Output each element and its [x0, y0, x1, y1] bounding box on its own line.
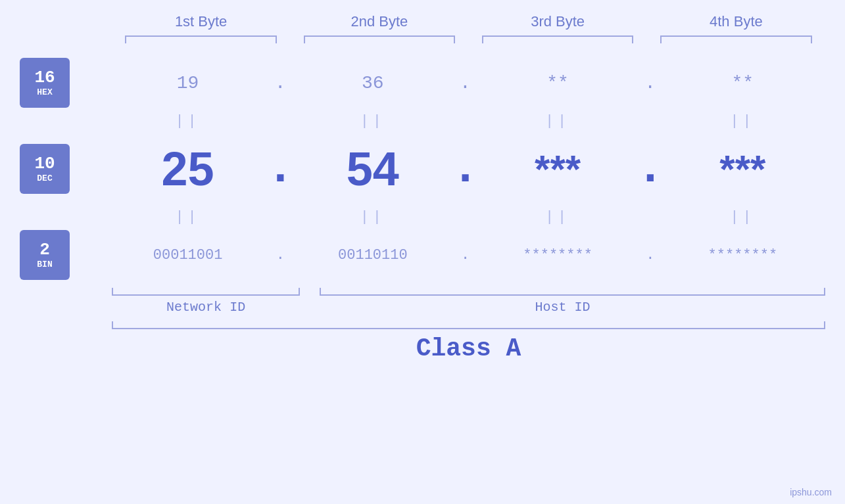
hex-badge: 16 HEX	[20, 58, 70, 108]
eq1-b3: ||	[475, 113, 640, 129]
dec-row: 10 DEC 25 . 54 . *** . ***	[20, 133, 825, 205]
dec-b3: ***	[535, 147, 581, 192]
byte1-header: 1st Byte	[112, 13, 290, 30]
hex-b3: **	[546, 73, 569, 93]
eq1-b4: ||	[660, 113, 825, 129]
eq2-b1: ||	[105, 209, 270, 225]
bin-row: 2 BIN 00011001 . 00110110 . ******** . *…	[20, 229, 825, 281]
bin-badge: 2 BIN	[20, 230, 70, 280]
bracket-top-2	[304, 35, 456, 43]
dec-b1: 25	[162, 142, 214, 196]
eq1-b2: ||	[290, 113, 455, 129]
full-bracket	[112, 321, 825, 329]
id-brackets	[112, 288, 825, 296]
bin-dot2: .	[461, 247, 470, 263]
bottom-section: Network ID Host ID Class A	[20, 288, 825, 363]
bin-b2: 00110110	[338, 247, 408, 263]
bin-dot3: .	[646, 247, 654, 263]
hex-dot2: .	[460, 73, 471, 93]
hex-dot3: .	[644, 73, 656, 93]
byte-headers: 1st Byte 2nd Byte 3rd Byte 4th Byte	[20, 13, 825, 30]
eq2-b2: ||	[290, 209, 455, 225]
top-brackets	[20, 35, 825, 43]
bracket-top-1	[125, 35, 277, 43]
hex-dot1: .	[275, 73, 286, 93]
dec-badge-number: 10	[34, 155, 55, 172]
eq2-b3: ||	[475, 209, 640, 225]
eq1-b1: ||	[105, 113, 270, 129]
bin-b1: 00011001	[153, 247, 223, 263]
sep-row-1: || || || ||	[20, 109, 825, 133]
network-id-label: Network ID	[112, 300, 300, 315]
id-labels-row: Network ID Host ID	[112, 300, 825, 315]
dec-b2: 54	[347, 142, 399, 196]
class-label: Class A	[416, 334, 521, 363]
bin-dot1: .	[276, 247, 285, 263]
dec-badge-label: DEC	[37, 173, 52, 183]
hex-b2: 36	[362, 73, 384, 93]
hex-badge-label: HEX	[37, 87, 52, 97]
hex-b1: 19	[177, 73, 199, 93]
dec-badge: 10 DEC	[20, 144, 70, 194]
byte2-header: 2nd Byte	[290, 13, 468, 30]
class-label-row: Class A	[112, 334, 825, 363]
host-id-label: Host ID	[300, 300, 825, 315]
byte3-header: 3rd Byte	[469, 13, 647, 30]
watermark: ipshu.com	[790, 487, 832, 497]
bracket-top-3	[482, 35, 634, 43]
eq2-b4: ||	[660, 209, 825, 225]
hex-badge-number: 16	[34, 69, 55, 86]
hex-row: 16 HEX 19 . 36 . ** . **	[20, 57, 825, 109]
byte4-header: 4th Byte	[647, 13, 825, 30]
main-container: 1st Byte 2nd Byte 3rd Byte 4th Byte 16 H…	[0, 0, 845, 504]
bin-badge-label: BIN	[37, 260, 52, 269]
bracket-top-4	[660, 35, 812, 43]
bin-b3: ********	[523, 247, 592, 263]
bracket-host	[320, 288, 825, 296]
bracket-net	[112, 288, 300, 296]
bin-badge-number: 2	[39, 241, 50, 258]
bin-b4: ********	[708, 247, 778, 263]
hex-b4: **	[732, 73, 754, 93]
dec-b4: ***	[719, 147, 765, 192]
sep-row-2: || || || ||	[20, 205, 825, 229]
